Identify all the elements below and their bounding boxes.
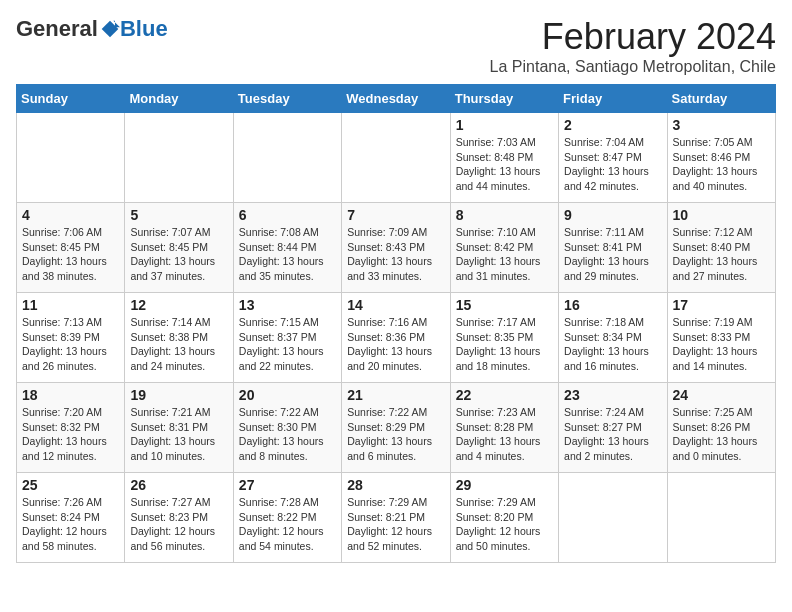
day-number: 26: [130, 477, 227, 493]
calendar-title: February 2024: [490, 16, 776, 58]
calendar-cell: 23Sunrise: 7:24 AMSunset: 8:27 PMDayligh…: [559, 383, 667, 473]
week-row-4: 18Sunrise: 7:20 AMSunset: 8:32 PMDayligh…: [17, 383, 776, 473]
svg-marker-0: [102, 21, 119, 38]
calendar-cell: [559, 473, 667, 563]
day-number: 6: [239, 207, 336, 223]
weekday-header-saturday: Saturday: [667, 85, 775, 113]
weekday-header-tuesday: Tuesday: [233, 85, 341, 113]
day-info: Sunrise: 7:07 AMSunset: 8:45 PMDaylight:…: [130, 225, 227, 284]
calendar-cell: 19Sunrise: 7:21 AMSunset: 8:31 PMDayligh…: [125, 383, 233, 473]
calendar-cell: 22Sunrise: 7:23 AMSunset: 8:28 PMDayligh…: [450, 383, 558, 473]
day-number: 4: [22, 207, 119, 223]
calendar-cell: 21Sunrise: 7:22 AMSunset: 8:29 PMDayligh…: [342, 383, 450, 473]
day-info: Sunrise: 7:29 AMSunset: 8:21 PMDaylight:…: [347, 495, 444, 554]
day-info: Sunrise: 7:08 AMSunset: 8:44 PMDaylight:…: [239, 225, 336, 284]
calendar-cell: 28Sunrise: 7:29 AMSunset: 8:21 PMDayligh…: [342, 473, 450, 563]
day-info: Sunrise: 7:03 AMSunset: 8:48 PMDaylight:…: [456, 135, 553, 194]
calendar-cell: 2Sunrise: 7:04 AMSunset: 8:47 PMDaylight…: [559, 113, 667, 203]
calendar-cell: 16Sunrise: 7:18 AMSunset: 8:34 PMDayligh…: [559, 293, 667, 383]
title-area: February 2024 La Pintana, Santiago Metro…: [490, 16, 776, 76]
day-number: 29: [456, 477, 553, 493]
calendar-cell: 27Sunrise: 7:28 AMSunset: 8:22 PMDayligh…: [233, 473, 341, 563]
day-number: 18: [22, 387, 119, 403]
week-row-3: 11Sunrise: 7:13 AMSunset: 8:39 PMDayligh…: [17, 293, 776, 383]
day-info: Sunrise: 7:04 AMSunset: 8:47 PMDaylight:…: [564, 135, 661, 194]
calendar-table: SundayMondayTuesdayWednesdayThursdayFrid…: [16, 84, 776, 563]
day-info: Sunrise: 7:09 AMSunset: 8:43 PMDaylight:…: [347, 225, 444, 284]
logo-icon: [100, 19, 120, 39]
calendar-cell: 10Sunrise: 7:12 AMSunset: 8:40 PMDayligh…: [667, 203, 775, 293]
day-info: Sunrise: 7:28 AMSunset: 8:22 PMDaylight:…: [239, 495, 336, 554]
calendar-cell: 15Sunrise: 7:17 AMSunset: 8:35 PMDayligh…: [450, 293, 558, 383]
day-info: Sunrise: 7:13 AMSunset: 8:39 PMDaylight:…: [22, 315, 119, 374]
day-number: 7: [347, 207, 444, 223]
calendar-cell: 14Sunrise: 7:16 AMSunset: 8:36 PMDayligh…: [342, 293, 450, 383]
calendar-cell: 8Sunrise: 7:10 AMSunset: 8:42 PMDaylight…: [450, 203, 558, 293]
calendar-cell: 12Sunrise: 7:14 AMSunset: 8:38 PMDayligh…: [125, 293, 233, 383]
day-number: 15: [456, 297, 553, 313]
day-info: Sunrise: 7:11 AMSunset: 8:41 PMDaylight:…: [564, 225, 661, 284]
calendar-cell: 1Sunrise: 7:03 AMSunset: 8:48 PMDaylight…: [450, 113, 558, 203]
day-info: Sunrise: 7:23 AMSunset: 8:28 PMDaylight:…: [456, 405, 553, 464]
calendar-cell: 20Sunrise: 7:22 AMSunset: 8:30 PMDayligh…: [233, 383, 341, 473]
day-number: 5: [130, 207, 227, 223]
calendar-cell: 26Sunrise: 7:27 AMSunset: 8:23 PMDayligh…: [125, 473, 233, 563]
day-number: 27: [239, 477, 336, 493]
calendar-subtitle: La Pintana, Santiago Metropolitan, Chile: [490, 58, 776, 76]
weekday-header-monday: Monday: [125, 85, 233, 113]
day-number: 2: [564, 117, 661, 133]
day-number: 1: [456, 117, 553, 133]
day-info: Sunrise: 7:14 AMSunset: 8:38 PMDaylight:…: [130, 315, 227, 374]
calendar-cell: [17, 113, 125, 203]
day-number: 13: [239, 297, 336, 313]
day-info: Sunrise: 7:16 AMSunset: 8:36 PMDaylight:…: [347, 315, 444, 374]
day-info: Sunrise: 7:10 AMSunset: 8:42 PMDaylight:…: [456, 225, 553, 284]
calendar-cell: 4Sunrise: 7:06 AMSunset: 8:45 PMDaylight…: [17, 203, 125, 293]
day-number: 22: [456, 387, 553, 403]
calendar-cell: 11Sunrise: 7:13 AMSunset: 8:39 PMDayligh…: [17, 293, 125, 383]
day-number: 24: [673, 387, 770, 403]
day-number: 10: [673, 207, 770, 223]
day-info: Sunrise: 7:15 AMSunset: 8:37 PMDaylight:…: [239, 315, 336, 374]
calendar-cell: 9Sunrise: 7:11 AMSunset: 8:41 PMDaylight…: [559, 203, 667, 293]
day-info: Sunrise: 7:25 AMSunset: 8:26 PMDaylight:…: [673, 405, 770, 464]
header: General Blue February 2024 La Pintana, S…: [16, 16, 776, 76]
day-number: 9: [564, 207, 661, 223]
calendar-cell: 17Sunrise: 7:19 AMSunset: 8:33 PMDayligh…: [667, 293, 775, 383]
day-number: 20: [239, 387, 336, 403]
calendar-cell: 6Sunrise: 7:08 AMSunset: 8:44 PMDaylight…: [233, 203, 341, 293]
day-number: 14: [347, 297, 444, 313]
day-number: 12: [130, 297, 227, 313]
calendar-cell: 7Sunrise: 7:09 AMSunset: 8:43 PMDaylight…: [342, 203, 450, 293]
day-info: Sunrise: 7:22 AMSunset: 8:30 PMDaylight:…: [239, 405, 336, 464]
week-row-1: 1Sunrise: 7:03 AMSunset: 8:48 PMDaylight…: [17, 113, 776, 203]
calendar-cell: 24Sunrise: 7:25 AMSunset: 8:26 PMDayligh…: [667, 383, 775, 473]
calendar-cell: [342, 113, 450, 203]
day-number: 19: [130, 387, 227, 403]
day-number: 28: [347, 477, 444, 493]
logo-blue-text: Blue: [120, 16, 168, 42]
day-info: Sunrise: 7:20 AMSunset: 8:32 PMDaylight:…: [22, 405, 119, 464]
day-info: Sunrise: 7:29 AMSunset: 8:20 PMDaylight:…: [456, 495, 553, 554]
day-info: Sunrise: 7:27 AMSunset: 8:23 PMDaylight:…: [130, 495, 227, 554]
day-info: Sunrise: 7:26 AMSunset: 8:24 PMDaylight:…: [22, 495, 119, 554]
weekday-header-sunday: Sunday: [17, 85, 125, 113]
calendar-cell: 18Sunrise: 7:20 AMSunset: 8:32 PMDayligh…: [17, 383, 125, 473]
calendar-cell: 29Sunrise: 7:29 AMSunset: 8:20 PMDayligh…: [450, 473, 558, 563]
week-row-5: 25Sunrise: 7:26 AMSunset: 8:24 PMDayligh…: [17, 473, 776, 563]
calendar-cell: 13Sunrise: 7:15 AMSunset: 8:37 PMDayligh…: [233, 293, 341, 383]
day-info: Sunrise: 7:18 AMSunset: 8:34 PMDaylight:…: [564, 315, 661, 374]
day-number: 17: [673, 297, 770, 313]
weekday-header-wednesday: Wednesday: [342, 85, 450, 113]
day-number: 23: [564, 387, 661, 403]
day-info: Sunrise: 7:12 AMSunset: 8:40 PMDaylight:…: [673, 225, 770, 284]
weekday-header-thursday: Thursday: [450, 85, 558, 113]
day-info: Sunrise: 7:06 AMSunset: 8:45 PMDaylight:…: [22, 225, 119, 284]
day-number: 21: [347, 387, 444, 403]
day-info: Sunrise: 7:19 AMSunset: 8:33 PMDaylight:…: [673, 315, 770, 374]
weekday-header-friday: Friday: [559, 85, 667, 113]
day-info: Sunrise: 7:24 AMSunset: 8:27 PMDaylight:…: [564, 405, 661, 464]
week-row-2: 4Sunrise: 7:06 AMSunset: 8:45 PMDaylight…: [17, 203, 776, 293]
day-number: 3: [673, 117, 770, 133]
day-number: 16: [564, 297, 661, 313]
